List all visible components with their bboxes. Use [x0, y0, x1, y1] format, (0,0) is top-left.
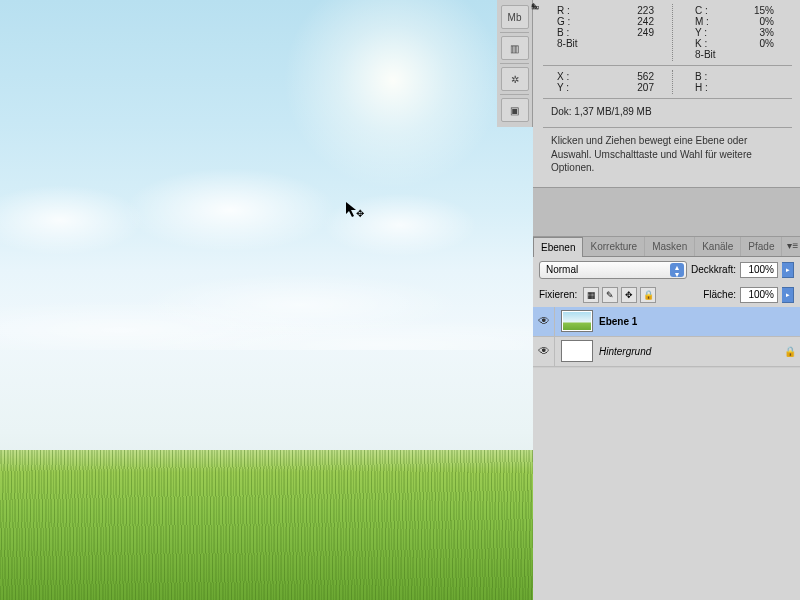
cmyk-depth: 8-Bit — [681, 49, 725, 60]
lock-pixels-icon[interactable]: ✎ — [602, 287, 618, 303]
m-label: M : — [681, 16, 725, 27]
layers-list: 👁 Ebene 1 👁 Hintergrund 🔒 — [533, 307, 800, 367]
dimensions-icon: ▭ — [531, 2, 540, 12]
lock-position-icon[interactable]: ✥ — [621, 287, 637, 303]
blend-mode-select[interactable]: Normal ▴▾ — [539, 261, 687, 279]
panel-gap — [533, 187, 800, 237]
lock-transparency-icon[interactable]: ▦ — [583, 287, 599, 303]
opacity-label: Deckkraft: — [691, 264, 736, 275]
h-value — [725, 82, 792, 93]
x-value: 562 — [587, 71, 672, 82]
visibility-toggle-icon[interactable]: 👁 — [533, 337, 555, 366]
tool-navigator-icon[interactable]: ✲ — [501, 67, 529, 91]
tool-swatches-icon[interactable]: ▥ — [501, 36, 529, 60]
g-value: 242 — [587, 16, 672, 27]
layers-empty-area — [533, 367, 800, 579]
layer-name[interactable]: Ebene 1 — [599, 316, 780, 327]
layer-lock-icon: 🔒 — [780, 346, 800, 357]
panel-menu-icon[interactable]: ▾≡ — [782, 237, 800, 256]
x-label: X : — [543, 71, 587, 82]
m-value: 0% — [725, 16, 792, 27]
document-canvas[interactable]: ✥ — [0, 0, 533, 600]
tool-mb[interactable]: Mb — [501, 5, 529, 29]
w-label: B : — [681, 71, 725, 82]
g-label: G : — [543, 16, 587, 27]
y-value: 207 — [587, 82, 672, 93]
r-value: 223 — [587, 5, 672, 16]
c-label: C : — [681, 5, 725, 16]
right-column: ✎R :223 G :242 B :249 8-Bit ✎C :15% M :0… — [533, 0, 800, 600]
clouds — [0, 150, 533, 350]
lock-label: Fixieren: — [539, 289, 577, 300]
k-value: 0% — [725, 38, 792, 49]
tab-ebenen[interactable]: Ebenen — [533, 237, 583, 257]
tab-korrekture[interactable]: Korrekture — [583, 237, 645, 256]
layer-row[interactable]: 👁 Ebene 1 — [533, 307, 800, 337]
y-label: Y : — [681, 27, 725, 38]
fill-label: Fläche: — [703, 289, 736, 300]
c-value: 15% — [725, 5, 792, 16]
fill-field[interactable]: 100% — [740, 287, 778, 303]
opacity-flyout-icon[interactable]: ▸ — [782, 262, 794, 278]
grass — [0, 450, 533, 600]
panel-tabs: Ebenen Korrekture Masken Kanäle Pfade ▾≡ — [533, 237, 800, 257]
lock-row: Fixieren: ▦ ✎ ✥ 🔒 Fläche: 100% ▸ — [533, 283, 800, 307]
layer-thumbnail[interactable] — [561, 340, 593, 362]
info-panel: ✎R :223 G :242 B :249 8-Bit ✎C :15% M :0… — [533, 0, 800, 187]
select-arrows-icon: ▴▾ — [670, 263, 684, 277]
y-label: Y : — [543, 82, 587, 93]
tab-pfade[interactable]: Pfade — [741, 237, 782, 256]
blend-row: Normal ▴▾ Deckkraft: 100% ▸ — [533, 257, 800, 283]
b-label: B : — [543, 27, 587, 38]
vertical-toolstrip: Mb ▥ ✲ ▣ — [497, 0, 533, 127]
b-value: 249 — [587, 27, 672, 38]
k-label: K : — [681, 38, 725, 49]
layer-name[interactable]: Hintergrund — [599, 346, 780, 357]
layer-thumbnail[interactable] — [561, 310, 593, 332]
document-size: Dok: 1,37 MB/1,89 MB — [543, 103, 792, 123]
tool-hint: Klicken und Ziehen bewegt eine Ebene ode… — [543, 132, 792, 181]
tool-histogram-icon[interactable]: ▣ — [501, 98, 529, 122]
visibility-toggle-icon[interactable]: 👁 — [533, 307, 555, 336]
r-label: R : — [543, 5, 587, 16]
h-label: H : — [681, 82, 725, 93]
tab-masken[interactable]: Masken — [645, 237, 695, 256]
tab-kanale[interactable]: Kanäle — [695, 237, 741, 256]
y-value: 3% — [725, 27, 792, 38]
w-value — [725, 71, 792, 82]
lock-all-icon[interactable]: 🔒 — [640, 287, 656, 303]
opacity-field[interactable]: 100% — [740, 262, 778, 278]
rgb-depth: 8-Bit — [543, 38, 587, 49]
fill-flyout-icon[interactable]: ▸ — [782, 287, 794, 303]
layer-row[interactable]: 👁 Hintergrund 🔒 — [533, 337, 800, 367]
blend-mode-value: Normal — [546, 264, 578, 275]
